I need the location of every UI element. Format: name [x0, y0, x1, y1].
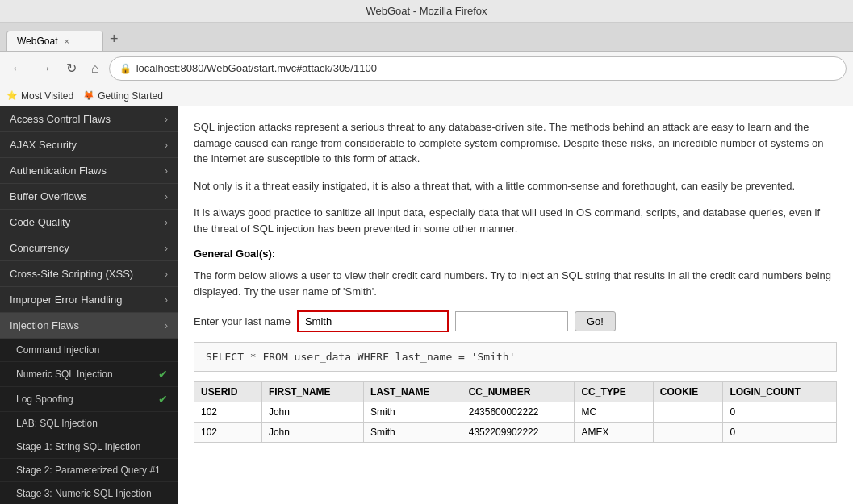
go-button[interactable]: Go! — [575, 311, 616, 331]
sidebar-item-label: Code Quality — [10, 216, 70, 228]
sidebar-item-label: Cross-Site Scripting (XSS) — [10, 268, 133, 280]
getting-started-label: Getting Started — [98, 90, 163, 102]
results-table: USERIDFIRST_NAMELAST_NAMECC_NUMBERCC_TYP… — [194, 381, 837, 443]
sidebar-sub-label: LAB: SQL Injection — [16, 418, 98, 429]
sidebar-item-injection-flaws[interactable]: Injection Flaws› — [0, 313, 178, 339]
sidebar-sub-item-command-injection[interactable]: Command Injection — [0, 339, 178, 362]
chevron-right-icon: › — [165, 140, 168, 151]
firefox-icon: 🦊 — [83, 90, 94, 101]
table-header-cc_type: CC_TYPE — [575, 382, 653, 402]
intro-para2: Not only is it a threat easily instigate… — [194, 178, 837, 194]
table-header-first_name: FIRST_NAME — [261, 382, 363, 402]
chevron-right-icon: › — [165, 191, 168, 202]
chevron-right-icon: › — [165, 114, 168, 125]
sidebar-sub-item-log-spoofing[interactable]: Log Spoofing✔ — [0, 387, 178, 412]
most-visited-bookmark[interactable]: ⭐ Most Visited — [6, 90, 73, 102]
intro-para1: SQL injection attacks represent a seriou… — [194, 119, 837, 167]
table-cell — [653, 423, 723, 443]
sidebar-item-label: Concurrency — [10, 242, 69, 254]
table-cell — [653, 402, 723, 423]
tab-label: WebGoat — [17, 35, 57, 47]
table-cell: 0 — [723, 402, 837, 423]
browser-tab[interactable]: WebGoat × — [6, 31, 103, 51]
intro-para3: It is always good practice to sanitize a… — [194, 205, 837, 236]
sidebar-item-access-control-flaws[interactable]: Access Control Flaws› — [0, 106, 178, 132]
table-cell: 102 — [194, 423, 262, 443]
table-header-login_count: LOGIN_COUNT — [723, 382, 837, 402]
title-bar: WebGoat - Mozilla Firefox — [0, 0, 853, 23]
table-cell: John — [261, 423, 363, 443]
new-tab-button[interactable]: + — [103, 27, 125, 51]
getting-started-bookmark[interactable]: 🦊 Getting Started — [83, 90, 163, 102]
window-title: WebGoat - Mozilla Firefox — [366, 5, 487, 17]
sidebar-item-authentication-flaws[interactable]: Authentication Flaws› — [0, 158, 178, 184]
sidebar-item-label: Improper Error Handling — [10, 294, 122, 306]
sidebar-sub-item-numeric-sql-injection[interactable]: Numeric SQL Injection✔ — [0, 362, 178, 387]
sidebar-sub-label: Command Injection — [16, 344, 99, 356]
sidebar-item-cross-site-scripting-xss[interactable]: Cross-Site Scripting (XSS)› — [0, 261, 178, 287]
home-button[interactable]: ⌂ — [86, 58, 104, 79]
tab-bar: WebGoat × + — [0, 23, 853, 52]
table-row: 102JohnSmith4352209902222AMEX0 — [194, 423, 837, 443]
table-header-last_name: LAST_NAME — [364, 382, 462, 402]
sidebar-item-code-quality[interactable]: Code Quality› — [0, 210, 178, 235]
table-header-cookie: COOKIE — [653, 382, 723, 402]
sidebar: Access Control Flaws›AJAX Security›Authe… — [0, 106, 178, 504]
back-button[interactable]: ← — [6, 58, 29, 79]
sidebar-sub-label: Stage 2: Parameterized Query #1 — [16, 464, 161, 476]
chevron-right-icon: › — [165, 243, 168, 254]
check-icon: ✔ — [158, 393, 168, 406]
sidebar-item-label: Access Control Flaws — [10, 113, 111, 125]
forward-button[interactable]: → — [34, 58, 56, 79]
sidebar-sub-item-stage-1-string-sql-injection[interactable]: Stage 1: String SQL Injection — [0, 435, 178, 459]
input-form: Enter your last name Go! — [194, 310, 837, 332]
table-cell: 2435600002222 — [462, 402, 575, 423]
sidebar-item-label: Injection Flaws — [10, 319, 79, 331]
table-cell: 0 — [723, 423, 837, 443]
sidebar-sub-item-lab-sql-injection[interactable]: LAB: SQL Injection — [0, 412, 178, 435]
sidebar-item-buffer-overflows[interactable]: Buffer Overflows› — [0, 184, 178, 210]
table-cell: 102 — [194, 402, 262, 423]
sidebar-sub-item-stage-2-parameterized-query-1[interactable]: Stage 2: Parameterized Query #1 — [0, 459, 178, 482]
table-header-userid: USERID — [194, 382, 262, 402]
chevron-right-icon: › — [165, 294, 168, 306]
sidebar-item-label: AJAX Security — [10, 139, 77, 151]
table-cell: Smith — [364, 402, 462, 423]
table-header-cc_number: CC_NUMBER — [462, 382, 575, 402]
sidebar-sub-label: Numeric SQL Injection — [16, 369, 113, 380]
lock-icon: 🔒 — [119, 63, 132, 74]
main-container: Access Control Flaws›AJAX Security›Authe… — [0, 106, 853, 504]
table-cell: 4352209902222 — [462, 423, 575, 443]
sidebar-item-ajax-security[interactable]: AJAX Security› — [0, 132, 178, 158]
sidebar-item-label: Buffer Overflows — [10, 190, 87, 202]
sidebar-item-improper-error-handling[interactable]: Improper Error Handling› — [0, 287, 178, 313]
nav-bar: ← → ↻ ⌂ 🔒 — [0, 52, 853, 85]
table-cell: MC — [575, 402, 653, 423]
sidebar-sub-label: Log Spoofing — [16, 394, 73, 405]
content-area: SQL injection attacks represent a seriou… — [178, 106, 853, 504]
form-label: Enter your last name — [194, 315, 291, 327]
address-bar[interactable]: 🔒 — [109, 56, 847, 81]
sql-query-display: SELECT * FROM user_data WHERE last_name … — [194, 342, 837, 372]
table-row: 102JohnSmith2435600002222MC0 — [194, 402, 837, 423]
chevron-right-icon: › — [165, 320, 168, 331]
lastname-extra-input[interactable] — [455, 311, 568, 331]
url-input[interactable] — [136, 62, 836, 74]
sidebar-sub-item-stage-3-numeric-sql-injection[interactable]: Stage 3: Numeric SQL Injection — [0, 482, 178, 504]
chevron-right-icon: › — [165, 217, 168, 228]
chevron-right-icon: › — [165, 269, 168, 280]
sidebar-sub-label: Stage 1: String SQL Injection — [16, 441, 140, 452]
chevron-right-icon: › — [165, 165, 168, 177]
table-cell: Smith — [364, 423, 462, 443]
sidebar-item-label: Authentication Flaws — [10, 165, 107, 177]
refresh-button[interactable]: ↻ — [61, 57, 82, 79]
sidebar-item-concurrency[interactable]: Concurrency› — [0, 235, 178, 261]
goal-label: General Goal(s): — [194, 248, 837, 260]
sidebar-sub-label: Stage 3: Numeric SQL Injection — [16, 488, 152, 499]
goal-text: The form below allows a user to view the… — [194, 268, 837, 299]
table-cell: John — [261, 402, 363, 423]
check-icon: ✔ — [158, 368, 168, 381]
lastname-input[interactable] — [297, 310, 449, 332]
most-visited-label: Most Visited — [21, 90, 73, 102]
close-tab-button[interactable]: × — [64, 36, 69, 46]
